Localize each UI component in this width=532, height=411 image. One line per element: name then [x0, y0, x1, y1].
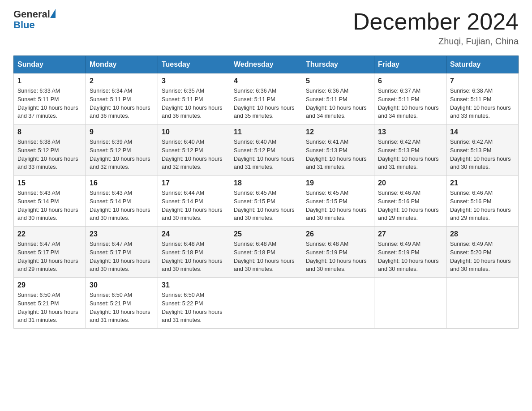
- calendar-day-cell: 9 Sunrise: 6:39 AMSunset: 5:12 PMDayligh…: [86, 124, 158, 176]
- logo-general: General: [13, 9, 50, 20]
- calendar-day-cell: 26 Sunrise: 6:48 AMSunset: 5:19 PMDaylig…: [302, 227, 374, 278]
- day-info: Sunrise: 6:50 AMSunset: 5:21 PMDaylight:…: [17, 291, 82, 325]
- calendar-day-cell: 2 Sunrise: 6:34 AMSunset: 5:11 PMDayligh…: [86, 73, 158, 124]
- day-info: Sunrise: 6:36 AMSunset: 5:11 PMDaylight:…: [234, 87, 298, 120]
- day-info: Sunrise: 6:48 AMSunset: 5:18 PMDaylight:…: [234, 240, 298, 274]
- title-area: December 2024 Zhuqi, Fujian, China: [353, 9, 519, 47]
- day-info: Sunrise: 6:39 AMSunset: 5:12 PMDaylight:…: [90, 138, 154, 171]
- day-info: Sunrise: 6:33 AMSunset: 5:11 PMDaylight:…: [17, 87, 82, 120]
- day-number: 1: [17, 77, 82, 85]
- calendar-day-cell: 29 Sunrise: 6:50 AMSunset: 5:21 PMDaylig…: [14, 278, 86, 329]
- day-info: Sunrise: 6:48 AMSunset: 5:19 PMDaylight:…: [306, 240, 370, 274]
- day-info: Sunrise: 6:42 AMSunset: 5:13 PMDaylight:…: [450, 138, 515, 171]
- header-friday: Friday: [374, 56, 446, 73]
- day-info: Sunrise: 6:38 AMSunset: 5:12 PMDaylight:…: [17, 138, 82, 171]
- day-number: 6: [378, 77, 442, 85]
- calendar-day-cell: 1 Sunrise: 6:33 AMSunset: 5:11 PMDayligh…: [14, 73, 86, 124]
- calendar-day-cell: 6 Sunrise: 6:37 AMSunset: 5:11 PMDayligh…: [374, 73, 446, 124]
- calendar-day-cell: 18 Sunrise: 6:45 AMSunset: 5:15 PMDaylig…: [230, 176, 302, 227]
- calendar-week-row: 1 Sunrise: 6:33 AMSunset: 5:11 PMDayligh…: [14, 73, 519, 124]
- day-info: Sunrise: 6:43 AMSunset: 5:14 PMDaylight:…: [17, 189, 82, 223]
- logo-triangle-icon: [50, 9, 56, 18]
- day-info: Sunrise: 6:46 AMSunset: 5:16 PMDaylight:…: [378, 189, 442, 223]
- header-wednesday: Wednesday: [230, 56, 302, 73]
- day-number: 20: [378, 179, 442, 187]
- day-info: Sunrise: 6:49 AMSunset: 5:20 PMDaylight:…: [450, 240, 515, 274]
- calendar-week-row: 29 Sunrise: 6:50 AMSunset: 5:21 PMDaylig…: [14, 278, 519, 329]
- day-info: Sunrise: 6:40 AMSunset: 5:12 PMDaylight:…: [162, 138, 226, 171]
- day-info: Sunrise: 6:50 AMSunset: 5:22 PMDaylight:…: [162, 291, 226, 325]
- header-saturday: Saturday: [446, 56, 519, 73]
- day-number: 10: [162, 128, 226, 136]
- calendar-day-cell: 21 Sunrise: 6:46 AMSunset: 5:16 PMDaylig…: [446, 176, 519, 227]
- calendar-day-cell: 16 Sunrise: 6:43 AMSunset: 5:14 PMDaylig…: [86, 176, 158, 227]
- calendar-week-row: 15 Sunrise: 6:43 AMSunset: 5:14 PMDaylig…: [14, 176, 519, 227]
- header-thursday: Thursday: [302, 56, 374, 73]
- calendar-day-cell: 15 Sunrise: 6:43 AMSunset: 5:14 PMDaylig…: [14, 176, 86, 227]
- day-number: 9: [90, 128, 154, 136]
- day-info: Sunrise: 6:47 AMSunset: 5:17 PMDaylight:…: [90, 240, 154, 274]
- calendar-day-cell: 19 Sunrise: 6:45 AMSunset: 5:15 PMDaylig…: [302, 176, 374, 227]
- calendar-day-cell: 10 Sunrise: 6:40 AMSunset: 5:12 PMDaylig…: [158, 124, 230, 176]
- day-number: 26: [306, 230, 370, 238]
- day-number: 28: [450, 230, 515, 238]
- calendar-header-row: SundayMondayTuesdayWednesdayThursdayFrid…: [14, 56, 519, 73]
- day-number: 13: [378, 128, 442, 136]
- day-info: Sunrise: 6:48 AMSunset: 5:18 PMDaylight:…: [162, 240, 226, 274]
- calendar-day-cell: 11 Sunrise: 6:40 AMSunset: 5:12 PMDaylig…: [230, 124, 302, 176]
- calendar-day-cell: 5 Sunrise: 6:36 AMSunset: 5:11 PMDayligh…: [302, 73, 374, 124]
- day-number: 15: [17, 179, 82, 187]
- day-number: 29: [17, 281, 82, 289]
- calendar-day-cell: 14 Sunrise: 6:42 AMSunset: 5:13 PMDaylig…: [446, 124, 519, 176]
- logo: General Blue: [13, 9, 56, 30]
- day-number: 17: [162, 179, 226, 187]
- day-number: 5: [306, 77, 370, 85]
- calendar-day-cell: [374, 278, 446, 329]
- calendar-day-cell: 3 Sunrise: 6:35 AMSunset: 5:11 PMDayligh…: [158, 73, 230, 124]
- calendar-day-cell: 31 Sunrise: 6:50 AMSunset: 5:22 PMDaylig…: [158, 278, 230, 329]
- calendar-day-cell: 4 Sunrise: 6:36 AMSunset: 5:11 PMDayligh…: [230, 73, 302, 124]
- day-number: 2: [90, 77, 154, 85]
- calendar-week-row: 22 Sunrise: 6:47 AMSunset: 5:17 PMDaylig…: [14, 227, 519, 278]
- calendar-day-cell: [302, 278, 374, 329]
- month-year-title: December 2024: [353, 9, 519, 34]
- calendar-day-cell: [230, 278, 302, 329]
- calendar-day-cell: 13 Sunrise: 6:42 AMSunset: 5:13 PMDaylig…: [374, 124, 446, 176]
- day-number: 12: [306, 128, 370, 136]
- header-sunday: Sunday: [14, 56, 86, 73]
- day-info: Sunrise: 6:36 AMSunset: 5:11 PMDaylight:…: [306, 87, 370, 120]
- day-info: Sunrise: 6:44 AMSunset: 5:14 PMDaylight:…: [162, 189, 226, 223]
- day-number: 24: [162, 230, 226, 238]
- calendar-day-cell: 8 Sunrise: 6:38 AMSunset: 5:12 PMDayligh…: [14, 124, 86, 176]
- day-number: 8: [17, 128, 82, 136]
- day-number: 14: [450, 128, 515, 136]
- day-info: Sunrise: 6:35 AMSunset: 5:11 PMDaylight:…: [162, 87, 226, 120]
- day-number: 16: [90, 179, 154, 187]
- calendar-day-cell: 20 Sunrise: 6:46 AMSunset: 5:16 PMDaylig…: [374, 176, 446, 227]
- day-number: 11: [234, 128, 298, 136]
- calendar-day-cell: 12 Sunrise: 6:41 AMSunset: 5:13 PMDaylig…: [302, 124, 374, 176]
- day-info: Sunrise: 6:38 AMSunset: 5:11 PMDaylight:…: [450, 87, 515, 120]
- calendar-day-cell: 17 Sunrise: 6:44 AMSunset: 5:14 PMDaylig…: [158, 176, 230, 227]
- calendar-day-cell: 25 Sunrise: 6:48 AMSunset: 5:18 PMDaylig…: [230, 227, 302, 278]
- day-number: 7: [450, 77, 515, 85]
- day-info: Sunrise: 6:45 AMSunset: 5:15 PMDaylight:…: [234, 189, 298, 223]
- day-number: 27: [378, 230, 442, 238]
- day-number: 19: [306, 179, 370, 187]
- header: General Blue December 2024 Zhuqi, Fujian…: [13, 9, 519, 47]
- calendar-day-cell: 23 Sunrise: 6:47 AMSunset: 5:17 PMDaylig…: [86, 227, 158, 278]
- day-info: Sunrise: 6:40 AMSunset: 5:12 PMDaylight:…: [234, 138, 298, 171]
- calendar-week-row: 8 Sunrise: 6:38 AMSunset: 5:12 PMDayligh…: [14, 124, 519, 176]
- header-tuesday: Tuesday: [158, 56, 230, 73]
- logo-blue: Blue: [13, 20, 56, 30]
- day-info: Sunrise: 6:43 AMSunset: 5:14 PMDaylight:…: [90, 189, 154, 223]
- day-info: Sunrise: 6:37 AMSunset: 5:11 PMDaylight:…: [378, 87, 442, 120]
- day-info: Sunrise: 6:42 AMSunset: 5:13 PMDaylight:…: [378, 138, 442, 171]
- day-number: 25: [234, 230, 298, 238]
- day-info: Sunrise: 6:49 AMSunset: 5:19 PMDaylight:…: [378, 240, 442, 274]
- day-number: 21: [450, 179, 515, 187]
- day-info: Sunrise: 6:41 AMSunset: 5:13 PMDaylight:…: [306, 138, 370, 171]
- day-number: 23: [90, 230, 154, 238]
- calendar-table: SundayMondayTuesdayWednesdayThursdayFrid…: [13, 56, 519, 329]
- calendar-day-cell: 30 Sunrise: 6:50 AMSunset: 5:21 PMDaylig…: [86, 278, 158, 329]
